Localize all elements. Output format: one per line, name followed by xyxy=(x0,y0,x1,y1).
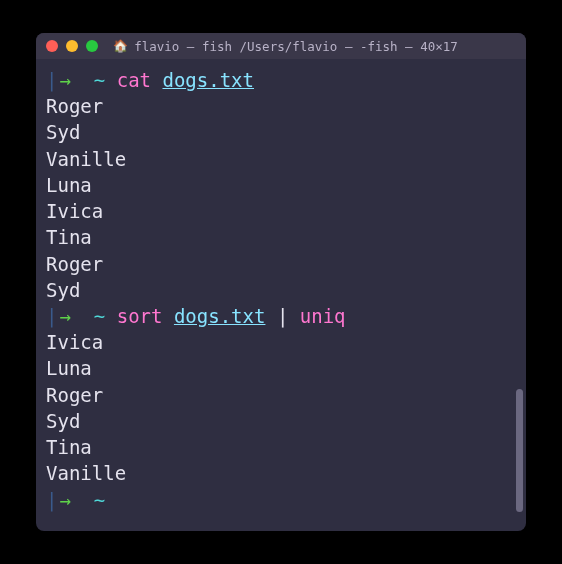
output-line: Syd xyxy=(46,408,516,434)
command-uniq: uniq xyxy=(300,303,346,329)
output-line: Ivica xyxy=(46,198,516,224)
command-cat: cat xyxy=(117,67,151,93)
prompt-cwd: ~ xyxy=(94,303,105,329)
titlebar[interactable]: 🏠 flavio — fish /Users/flavio — -fish — … xyxy=(36,33,526,59)
prompt-arrow-icon: → xyxy=(59,303,70,329)
prompt-arrow-icon: → xyxy=(59,487,70,513)
title-wrap: 🏠 flavio — fish /Users/flavio — -fish — … xyxy=(55,39,516,54)
output-line: Vanille xyxy=(46,146,516,172)
prompt-cwd: ~ xyxy=(94,67,105,93)
prompt-cwd: ~ xyxy=(94,487,105,513)
prompt-bar: | xyxy=(46,487,57,513)
arg-file: dogs.txt xyxy=(174,303,266,329)
output-line: Luna xyxy=(46,172,516,198)
prompt-bar: | xyxy=(46,67,57,93)
output-line: Roger xyxy=(46,93,516,119)
prompt-bar: | xyxy=(46,303,57,329)
terminal-body[interactable]: |→ ~ cat dogs.txt Roger Syd Vanille Luna… xyxy=(36,59,526,531)
output-line: Roger xyxy=(46,251,516,277)
prompt-line: |→ ~ xyxy=(46,487,516,513)
scrollbar-thumb[interactable] xyxy=(516,389,523,512)
output-line: Ivica xyxy=(46,329,516,355)
output-line: Luna xyxy=(46,355,516,381)
output-line: Syd xyxy=(46,119,516,145)
output-line: Tina xyxy=(46,434,516,460)
pipe-symbol: | xyxy=(277,303,288,329)
prompt-arrow-icon: → xyxy=(59,67,70,93)
prompt-line: |→ ~ sort dogs.txt | uniq xyxy=(46,303,516,329)
prompt-line: |→ ~ cat dogs.txt xyxy=(46,67,516,93)
output-line: Roger xyxy=(46,382,516,408)
command-sort: sort xyxy=(117,303,163,329)
home-icon: 🏠 xyxy=(113,39,128,53)
output-line: Syd xyxy=(46,277,516,303)
terminal-window: 🏠 flavio — fish /Users/flavio — -fish — … xyxy=(36,33,526,531)
window-title: flavio — fish /Users/flavio — -fish — 40… xyxy=(134,39,458,54)
output-line: Vanille xyxy=(46,460,516,486)
arg-file: dogs.txt xyxy=(162,67,254,93)
output-line: Tina xyxy=(46,224,516,250)
